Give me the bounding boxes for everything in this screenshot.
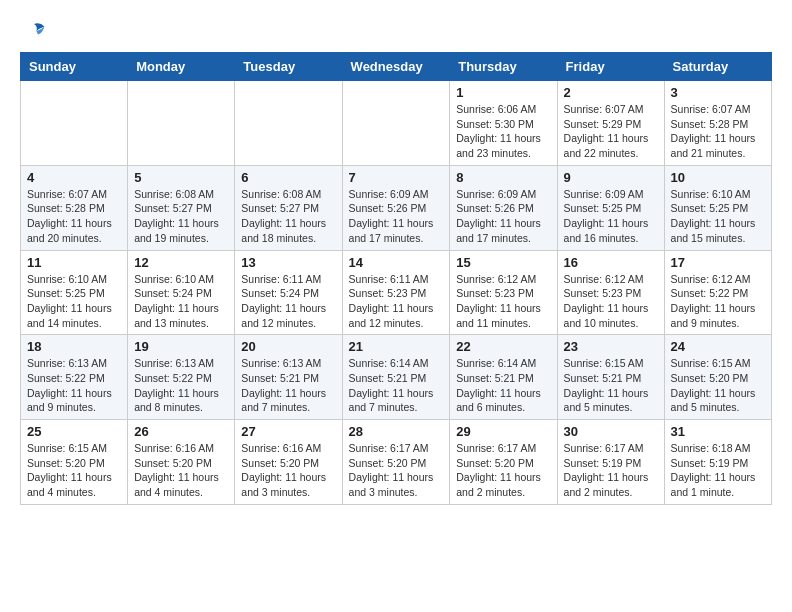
day-number: 10 [671,170,765,185]
day-info: Sunrise: 6:11 AMSunset: 5:23 PMDaylight:… [349,272,444,331]
day-number: 17 [671,255,765,270]
day-number: 26 [134,424,228,439]
calendar-cell [342,81,450,166]
calendar-cell: 4Sunrise: 6:07 AMSunset: 5:28 PMDaylight… [21,165,128,250]
day-info: Sunrise: 6:18 AMSunset: 5:19 PMDaylight:… [671,441,765,500]
day-info: Sunrise: 6:15 AMSunset: 5:20 PMDaylight:… [671,356,765,415]
day-info: Sunrise: 6:15 AMSunset: 5:21 PMDaylight:… [564,356,658,415]
day-info: Sunrise: 6:17 AMSunset: 5:19 PMDaylight:… [564,441,658,500]
calendar-week-row: 4Sunrise: 6:07 AMSunset: 5:28 PMDaylight… [21,165,772,250]
calendar-cell: 3Sunrise: 6:07 AMSunset: 5:28 PMDaylight… [664,81,771,166]
calendar-cell: 13Sunrise: 6:11 AMSunset: 5:24 PMDayligh… [235,250,342,335]
day-info: Sunrise: 6:09 AMSunset: 5:26 PMDaylight:… [456,187,550,246]
calendar-cell: 14Sunrise: 6:11 AMSunset: 5:23 PMDayligh… [342,250,450,335]
calendar-header-row: SundayMondayTuesdayWednesdayThursdayFrid… [21,53,772,81]
day-info: Sunrise: 6:12 AMSunset: 5:22 PMDaylight:… [671,272,765,331]
day-number: 11 [27,255,121,270]
day-header-tuesday: Tuesday [235,53,342,81]
day-info: Sunrise: 6:14 AMSunset: 5:21 PMDaylight:… [456,356,550,415]
day-info: Sunrise: 6:13 AMSunset: 5:22 PMDaylight:… [134,356,228,415]
day-header-thursday: Thursday [450,53,557,81]
calendar-cell: 28Sunrise: 6:17 AMSunset: 5:20 PMDayligh… [342,420,450,505]
day-info: Sunrise: 6:13 AMSunset: 5:21 PMDaylight:… [241,356,335,415]
calendar-cell: 29Sunrise: 6:17 AMSunset: 5:20 PMDayligh… [450,420,557,505]
day-number: 16 [564,255,658,270]
calendar-cell: 16Sunrise: 6:12 AMSunset: 5:23 PMDayligh… [557,250,664,335]
day-info: Sunrise: 6:10 AMSunset: 5:24 PMDaylight:… [134,272,228,331]
calendar-cell: 8Sunrise: 6:09 AMSunset: 5:26 PMDaylight… [450,165,557,250]
calendar-cell: 19Sunrise: 6:13 AMSunset: 5:22 PMDayligh… [128,335,235,420]
calendar-cell: 9Sunrise: 6:09 AMSunset: 5:25 PMDaylight… [557,165,664,250]
day-number: 13 [241,255,335,270]
day-info: Sunrise: 6:07 AMSunset: 5:29 PMDaylight:… [564,102,658,161]
day-info: Sunrise: 6:14 AMSunset: 5:21 PMDaylight:… [349,356,444,415]
day-number: 15 [456,255,550,270]
day-number: 5 [134,170,228,185]
day-info: Sunrise: 6:16 AMSunset: 5:20 PMDaylight:… [134,441,228,500]
day-info: Sunrise: 6:09 AMSunset: 5:25 PMDaylight:… [564,187,658,246]
day-info: Sunrise: 6:08 AMSunset: 5:27 PMDaylight:… [134,187,228,246]
calendar-cell: 27Sunrise: 6:16 AMSunset: 5:20 PMDayligh… [235,420,342,505]
calendar-week-row: 11Sunrise: 6:10 AMSunset: 5:25 PMDayligh… [21,250,772,335]
day-number: 27 [241,424,335,439]
day-number: 25 [27,424,121,439]
day-header-sunday: Sunday [21,53,128,81]
day-number: 4 [27,170,121,185]
day-info: Sunrise: 6:09 AMSunset: 5:26 PMDaylight:… [349,187,444,246]
day-info: Sunrise: 6:12 AMSunset: 5:23 PMDaylight:… [564,272,658,331]
day-header-saturday: Saturday [664,53,771,81]
logo [20,20,46,44]
day-number: 2 [564,85,658,100]
logo-bird-icon [22,20,46,44]
day-number: 23 [564,339,658,354]
calendar-table: SundayMondayTuesdayWednesdayThursdayFrid… [20,52,772,505]
calendar-cell: 12Sunrise: 6:10 AMSunset: 5:24 PMDayligh… [128,250,235,335]
day-number: 28 [349,424,444,439]
day-number: 30 [564,424,658,439]
day-info: Sunrise: 6:08 AMSunset: 5:27 PMDaylight:… [241,187,335,246]
calendar-cell [235,81,342,166]
calendar-cell: 24Sunrise: 6:15 AMSunset: 5:20 PMDayligh… [664,335,771,420]
calendar-cell: 26Sunrise: 6:16 AMSunset: 5:20 PMDayligh… [128,420,235,505]
calendar-cell: 11Sunrise: 6:10 AMSunset: 5:25 PMDayligh… [21,250,128,335]
day-header-wednesday: Wednesday [342,53,450,81]
day-number: 22 [456,339,550,354]
calendar-cell: 7Sunrise: 6:09 AMSunset: 5:26 PMDaylight… [342,165,450,250]
day-info: Sunrise: 6:16 AMSunset: 5:20 PMDaylight:… [241,441,335,500]
calendar-cell: 2Sunrise: 6:07 AMSunset: 5:29 PMDaylight… [557,81,664,166]
day-info: Sunrise: 6:07 AMSunset: 5:28 PMDaylight:… [27,187,121,246]
day-info: Sunrise: 6:06 AMSunset: 5:30 PMDaylight:… [456,102,550,161]
calendar-cell: 31Sunrise: 6:18 AMSunset: 5:19 PMDayligh… [664,420,771,505]
day-number: 29 [456,424,550,439]
calendar-cell: 15Sunrise: 6:12 AMSunset: 5:23 PMDayligh… [450,250,557,335]
day-info: Sunrise: 6:17 AMSunset: 5:20 PMDaylight:… [349,441,444,500]
calendar-cell: 22Sunrise: 6:14 AMSunset: 5:21 PMDayligh… [450,335,557,420]
calendar-cell [128,81,235,166]
calendar-cell: 5Sunrise: 6:08 AMSunset: 5:27 PMDaylight… [128,165,235,250]
calendar-cell: 1Sunrise: 6:06 AMSunset: 5:30 PMDaylight… [450,81,557,166]
calendar-cell: 18Sunrise: 6:13 AMSunset: 5:22 PMDayligh… [21,335,128,420]
day-number: 31 [671,424,765,439]
calendar-cell: 30Sunrise: 6:17 AMSunset: 5:19 PMDayligh… [557,420,664,505]
day-number: 20 [241,339,335,354]
day-number: 3 [671,85,765,100]
day-number: 9 [564,170,658,185]
day-number: 19 [134,339,228,354]
day-info: Sunrise: 6:15 AMSunset: 5:20 PMDaylight:… [27,441,121,500]
day-info: Sunrise: 6:07 AMSunset: 5:28 PMDaylight:… [671,102,765,161]
calendar-week-row: 1Sunrise: 6:06 AMSunset: 5:30 PMDaylight… [21,81,772,166]
day-info: Sunrise: 6:10 AMSunset: 5:25 PMDaylight:… [27,272,121,331]
calendar-cell: 17Sunrise: 6:12 AMSunset: 5:22 PMDayligh… [664,250,771,335]
day-number: 24 [671,339,765,354]
day-info: Sunrise: 6:12 AMSunset: 5:23 PMDaylight:… [456,272,550,331]
page-header [20,20,772,44]
day-info: Sunrise: 6:11 AMSunset: 5:24 PMDaylight:… [241,272,335,331]
day-number: 8 [456,170,550,185]
calendar-cell: 6Sunrise: 6:08 AMSunset: 5:27 PMDaylight… [235,165,342,250]
day-number: 6 [241,170,335,185]
day-number: 18 [27,339,121,354]
day-number: 14 [349,255,444,270]
calendar-cell: 21Sunrise: 6:14 AMSunset: 5:21 PMDayligh… [342,335,450,420]
calendar-cell: 20Sunrise: 6:13 AMSunset: 5:21 PMDayligh… [235,335,342,420]
day-header-monday: Monday [128,53,235,81]
